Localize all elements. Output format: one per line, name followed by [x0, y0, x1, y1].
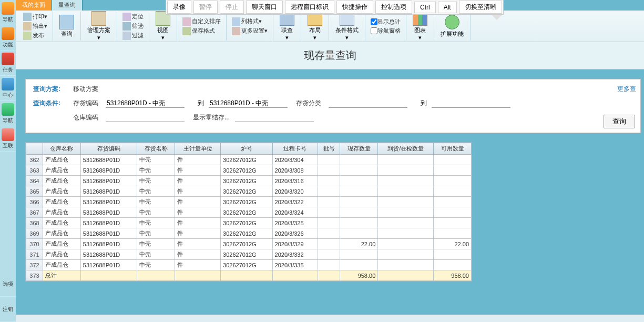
table-row[interactable]: 367 产成品仓 5312688P01D 中壳 件 302627012G 202… — [26, 207, 472, 218]
cell-batch[interactable] — [318, 218, 340, 228]
cell-avail[interactable] — [434, 165, 472, 176]
table-row[interactable]: 363 产成品仓 5312688P01D 中壳 件 302627012G 202… — [26, 165, 472, 176]
cell-furnace[interactable]: 302627012G — [221, 218, 272, 228]
switch-clarity-button[interactable]: 切换至清晰 — [459, 1, 502, 14]
cell-arrive[interactable] — [378, 155, 434, 165]
cell-furnace[interactable]: 302627012G — [221, 176, 272, 186]
cell-code[interactable]: 5312688P01D — [80, 228, 137, 239]
tab-desktop[interactable]: 我的桌面 — [16, 0, 52, 11]
remote-id-button[interactable]: 远程窗口标识 — [285, 1, 334, 14]
ctrl-button[interactable]: Ctrl — [414, 2, 436, 13]
cell-avail[interactable] — [434, 155, 472, 165]
cell-stock[interactable] — [340, 228, 378, 239]
table-row[interactable]: 365 产成品仓 5312688P01D 中壳 件 302627012G 202… — [26, 186, 472, 197]
query-submit-button[interactable]: 查询 — [604, 115, 635, 128]
cell-code[interactable]: 5312688P01D — [80, 176, 137, 186]
cell-avail[interactable] — [434, 249, 472, 260]
cell-process[interactable]: 2020/3/320 — [272, 186, 318, 197]
cell-wh[interactable]: 产成品仓 — [43, 249, 81, 260]
cell-code[interactable]: 5312688P01D — [80, 260, 137, 270]
cell-arrive[interactable] — [378, 249, 434, 260]
cell-arrive[interactable] — [378, 218, 434, 228]
cell-batch[interactable] — [318, 197, 340, 207]
col-stock[interactable]: 现存数量 — [340, 143, 378, 155]
sidebar-logout[interactable]: 注销 — [0, 297, 16, 322]
cell-batch[interactable] — [318, 155, 340, 165]
chart-button[interactable]: 图表 ▾ — [410, 10, 431, 42]
cell-wh[interactable]: 产成品仓 — [43, 197, 81, 207]
cell-batch[interactable] — [318, 260, 340, 270]
cell-wh[interactable]: 产成品仓 — [43, 239, 81, 249]
nav-pane-check-icon[interactable] — [371, 27, 377, 34]
cell-unit[interactable]: 件 — [175, 228, 221, 239]
cell-process[interactable]: 2020/3/322 — [272, 197, 318, 207]
cell-unit[interactable]: 件 — [175, 239, 221, 249]
cell-name[interactable]: 中壳 — [137, 165, 175, 176]
show-total-check-icon[interactable] — [371, 18, 377, 25]
cell-process[interactable]: 2020/3/316 — [272, 176, 318, 186]
cell-name[interactable]: 中壳 — [137, 260, 175, 270]
cell-stock[interactable]: 22.00 — [340, 239, 378, 249]
cell-wh[interactable]: 产成品仓 — [43, 207, 81, 218]
cell-stock[interactable] — [340, 218, 378, 228]
cell-arrive[interactable] — [378, 186, 434, 197]
col-avail[interactable]: 可用数量 — [434, 143, 472, 155]
cell-wh[interactable]: 产成品仓 — [43, 165, 81, 176]
cell-name[interactable]: 中壳 — [137, 228, 175, 239]
pause-button[interactable]: 暂停 — [193, 1, 218, 14]
cell-avail[interactable] — [434, 186, 472, 197]
table-row[interactable]: 372 产成品仓 5312688P01D 中壳 件 302627012G 202… — [26, 260, 472, 270]
print-button[interactable]: 打印 ▾ — [21, 12, 49, 22]
cell-code[interactable]: 5312688P01D — [80, 207, 137, 218]
table-row[interactable]: 370 产成品仓 5312688P01D 中壳 件 302627012G 202… — [26, 239, 472, 249]
sidebar-center[interactable]: 中心 — [0, 76, 16, 101]
cell-stock[interactable] — [340, 249, 378, 260]
cell-process[interactable]: 2020/3/332 — [272, 249, 318, 260]
cell-name[interactable]: 中壳 — [137, 239, 175, 249]
warehouse-input[interactable] — [106, 113, 185, 122]
cell-code[interactable]: 5312688P01D — [80, 249, 137, 260]
cell-code[interactable]: 5312688P01D — [80, 186, 137, 197]
cell-unit[interactable]: 件 — [175, 207, 221, 218]
sidebar-task[interactable]: 任务 — [0, 51, 16, 76]
cell-stock[interactable] — [340, 176, 378, 186]
col-format-button[interactable]: 列格式 ▾ — [230, 17, 270, 26]
layout-button[interactable]: 布局 ▾ — [304, 10, 325, 42]
cell-wh[interactable]: 产成品仓 — [43, 228, 81, 239]
cell-wh[interactable]: 产成品仓 — [43, 260, 81, 270]
cell-avail[interactable] — [434, 228, 472, 239]
cell-furnace[interactable]: 302627012G — [221, 228, 272, 239]
cell-name[interactable]: 中壳 — [137, 155, 175, 165]
cell-unit[interactable]: 件 — [175, 186, 221, 197]
cell-process[interactable]: 2020/3/329 — [272, 239, 318, 249]
cell-wh[interactable]: 产成品仓 — [43, 186, 81, 197]
sidebar-option[interactable]: 选项 — [0, 271, 16, 297]
cell-code[interactable]: 5312688P01D — [80, 155, 137, 165]
sidebar-nav2[interactable]: 导航 — [0, 101, 16, 126]
cell-code[interactable]: 5312688P01D — [80, 218, 137, 228]
show-total-checkbox[interactable]: 显示总计 — [369, 17, 403, 26]
cell-stock[interactable] — [340, 165, 378, 176]
more-query-link[interactable]: 更多查 — [617, 85, 636, 94]
publish-button[interactable]: 发布 — [21, 31, 49, 41]
cell-unit[interactable]: 件 — [175, 249, 221, 260]
tab-query[interactable]: 量查询 — [52, 0, 83, 11]
control-options-button[interactable]: 控制选项 — [375, 1, 412, 14]
cell-name[interactable]: 中壳 — [137, 197, 175, 207]
col-code[interactable]: 存货编码 — [80, 143, 137, 155]
cell-batch[interactable] — [318, 228, 340, 239]
cell-batch[interactable] — [318, 207, 340, 218]
cell-code[interactable]: 5312688P01D — [80, 165, 137, 176]
view-button[interactable]: 视图 ▾ — [152, 10, 173, 42]
cell-stock[interactable] — [340, 260, 378, 270]
record-button[interactable]: 录像 — [167, 1, 191, 14]
query-button[interactable]: 查询 — [56, 14, 77, 39]
col-furnace[interactable]: 炉号 — [221, 143, 272, 155]
cell-avail[interactable] — [434, 176, 472, 186]
cell-avail[interactable] — [434, 218, 472, 228]
cell-unit[interactable]: 件 — [175, 176, 221, 186]
stock-class-input[interactable] — [329, 99, 407, 108]
filter-button[interactable]: 过滤 — [120, 31, 146, 41]
cell-stock[interactable] — [340, 207, 378, 218]
table-row[interactable]: 371 产成品仓 5312688P01D 中壳 件 302627012G 202… — [26, 249, 472, 260]
